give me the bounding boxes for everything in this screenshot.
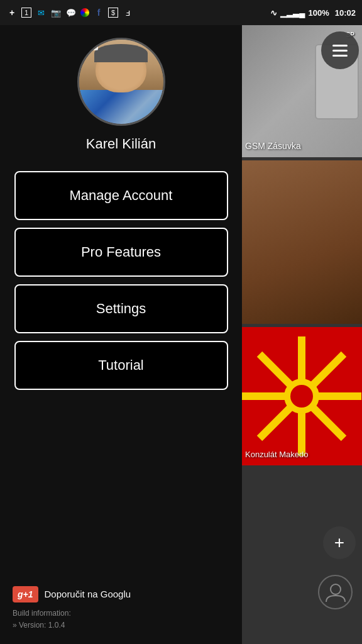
macedonian-flag-svg — [242, 327, 362, 465]
drawer-bottom: g+1 Doporučit na Googlu Build informatio… — [13, 586, 242, 631]
hamburger-line-2 — [332, 50, 348, 52]
one-icon: 1 — [21, 8, 31, 18]
signal-icon: ▁▂▃▄ — [280, 8, 305, 18]
hamburger-button[interactable] — [321, 31, 359, 69]
card-mac[interactable]: Konzulát Makedo — [242, 327, 362, 465]
drawer-panel: roku Karel Kilián Manage Account Pro Fea… — [0, 25, 242, 644]
build-line2: » Version: 1.0.4 — [13, 619, 242, 631]
svg-point-10 — [290, 385, 313, 408]
hamburger-line-3 — [332, 55, 348, 57]
svg-point-11 — [331, 584, 341, 594]
plus-icon: + — [6, 7, 18, 18]
settings-button[interactable]: Settings — [14, 284, 228, 333]
right-panel: SP GSM Zásuvka — [242, 25, 362, 644]
google-plus-button[interactable]: g+1 Doporučit na Googlu — [13, 586, 242, 602]
card-mac-label: Konzulát Makedo — [245, 450, 308, 459]
image-icon: 📷 — [50, 7, 62, 18]
avatar-image: roku — [79, 40, 163, 124]
add-button[interactable]: + — [323, 526, 356, 559]
bluetooth-icon: ⅎ — [122, 7, 133, 18]
battery-level: 100% — [309, 8, 329, 18]
manage-account-button[interactable]: Manage Account — [14, 171, 228, 220]
messenger-icon: ✉ — [35, 7, 47, 18]
user-name: Karel Kilián — [86, 136, 156, 152]
person-icon-svg — [325, 582, 346, 603]
google-plus-badge: g+1 — [13, 586, 38, 602]
pro-features-button[interactable]: Pro Features — [14, 228, 228, 277]
add-icon: + — [334, 534, 344, 552]
google-plus-label: Doporučit na Googlu — [45, 589, 131, 599]
color-icon — [80, 8, 89, 17]
build-info: Build information: » Version: 1.0.4 — [13, 608, 242, 631]
status-icons-left: + 1 ✉ 📷 💬 f $ ⅎ — [6, 7, 133, 18]
hamburger-icon — [332, 45, 348, 57]
dollar-icon: $ — [108, 8, 118, 18]
avatar: roku — [77, 38, 165, 126]
card-brown[interactable] — [242, 160, 362, 324]
tutorial-button[interactable]: Tutorial — [14, 341, 228, 390]
person-icon-bottom[interactable] — [318, 575, 353, 609]
menu-buttons: Manage Account Pro Features Settings Tut… — [14, 171, 228, 390]
time-display: 10:02 — [335, 8, 356, 18]
wifi-icon: ∿ — [270, 8, 277, 18]
status-bar: + 1 ✉ 📷 💬 f $ ⅎ ∿ ▁▂▃▄ 100% 10:02 — [0, 0, 362, 25]
card-gsm-label: GSM Zásuvka — [245, 141, 301, 151]
build-line1: Build information: — [13, 608, 242, 619]
roku-label: roku — [82, 43, 99, 50]
facebook-icon: f — [93, 7, 104, 18]
hamburger-line-1 — [332, 45, 348, 47]
main-layout: roku Karel Kilián Manage Account Pro Fea… — [0, 25, 362, 644]
status-icons-right: ∿ ▁▂▃▄ 100% 10:02 — [270, 8, 356, 18]
message-icon: 💬 — [65, 7, 77, 18]
